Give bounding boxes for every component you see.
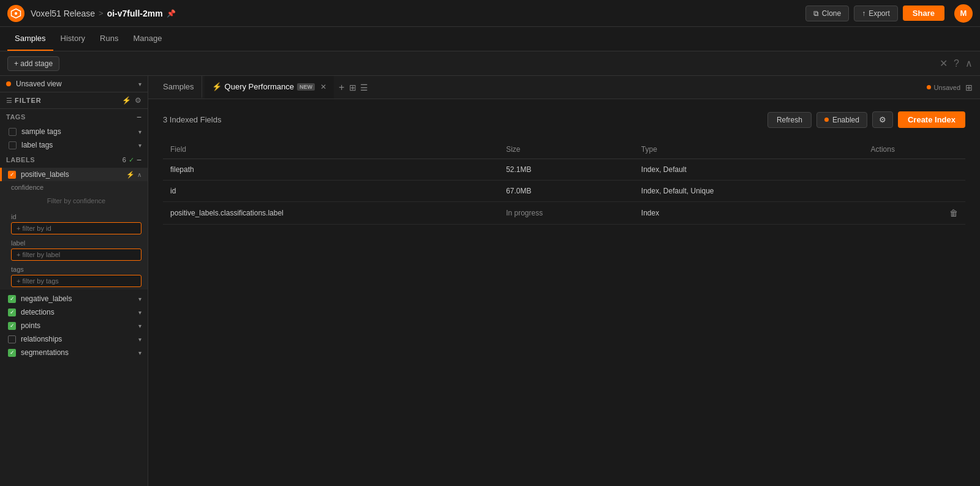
unsaved-dot bbox=[927, 85, 931, 89]
type-header: Type bbox=[634, 140, 864, 159]
id-section: id bbox=[0, 211, 148, 237]
detections-checkbox[interactable]: ✓ bbox=[8, 308, 16, 316]
tab-samples-label: Samples bbox=[163, 82, 194, 91]
refresh-button[interactable]: Refresh bbox=[767, 112, 812, 128]
tags-collapse-icon[interactable]: − bbox=[137, 112, 141, 122]
share-button[interactable]: Share bbox=[903, 6, 944, 21]
label-tags-label: label tags bbox=[21, 141, 138, 149]
stage-bar: + add stage ✕ ? ∧ bbox=[0, 51, 980, 76]
confidence-label: confidence bbox=[11, 184, 141, 191]
filter-gear-icon[interactable]: ⚙ bbox=[135, 96, 141, 105]
export-button[interactable]: ↑ Export bbox=[854, 6, 898, 21]
collapse-icon[interactable]: ∧ bbox=[965, 58, 973, 69]
size-cell: 52.1MB bbox=[499, 159, 634, 181]
labels-collapse-icon[interactable]: − bbox=[137, 155, 141, 165]
field-header: Field bbox=[163, 140, 499, 159]
positive-labels-up-icon: ∧ bbox=[137, 171, 141, 178]
nav-tab-runs[interactable]: Runs bbox=[92, 27, 126, 51]
confidence-section: confidence Filter by confidence bbox=[0, 181, 148, 211]
avatar: M bbox=[954, 4, 973, 23]
clone-icon: ⧉ bbox=[813, 9, 819, 18]
sample-tags-chevron-icon: ▾ bbox=[138, 129, 141, 135]
list-view-icon[interactable]: ☰ bbox=[360, 83, 368, 92]
actions-cell: 🗑 bbox=[864, 202, 965, 225]
add-tab-icon[interactable]: + bbox=[339, 82, 344, 93]
positive-labels-checkbox[interactable]: ✓ bbox=[8, 171, 16, 179]
negative-labels-checkbox[interactable]: ✓ bbox=[8, 295, 16, 303]
nav-tab-manage[interactable]: Manage bbox=[126, 27, 169, 51]
unsaved-indicator: Unsaved bbox=[927, 84, 960, 91]
add-stage-button[interactable]: + add stage bbox=[7, 56, 59, 71]
relationships-item[interactable]: relationships ▾ bbox=[0, 332, 148, 346]
labels-label: LABELS bbox=[6, 156, 123, 163]
negative-labels-chevron-icon: ▾ bbox=[138, 296, 141, 302]
segmentations-chevron-icon: ▾ bbox=[138, 350, 141, 356]
field-cell: positive_labels.classifications.label bbox=[163, 202, 499, 225]
filter-by-tags-input[interactable] bbox=[11, 275, 141, 287]
relationships-checkbox[interactable] bbox=[8, 335, 16, 343]
delete-button[interactable]: 🗑 bbox=[949, 208, 958, 218]
table-settings-icon[interactable]: ⊞ bbox=[965, 83, 973, 92]
close-stage-icon[interactable]: ✕ bbox=[940, 58, 948, 69]
breadcrumb-separator: > bbox=[99, 9, 104, 18]
nav-tabs: Samples History Runs Manage bbox=[0, 27, 980, 51]
detections-name: detections bbox=[21, 308, 138, 316]
nav-tab-samples[interactable]: Samples bbox=[7, 27, 53, 51]
enabled-dot bbox=[824, 118, 829, 122]
positive-labels-bolt-icon: ⚡ bbox=[126, 171, 135, 179]
filter-by-label-input[interactable] bbox=[11, 249, 141, 261]
relationships-name: relationships bbox=[21, 335, 138, 343]
topbar-actions: ⧉ Clone ↑ Export Share M bbox=[805, 4, 973, 23]
sample-tags-item[interactable]: sample tags ▾ bbox=[0, 125, 148, 138]
negative-labels-name: negative_labels bbox=[21, 294, 138, 303]
label-tags-chevron-icon: ▾ bbox=[138, 142, 141, 149]
tags-label: TAGS bbox=[6, 113, 137, 121]
detections-item[interactable]: ✓ detections ▾ bbox=[0, 305, 148, 319]
enabled-button[interactable]: Enabled bbox=[816, 112, 867, 128]
main-layout: Unsaved view ▾ ☰ FILTER ⚡ ⚙ TAGS − sampl… bbox=[0, 76, 980, 486]
negative-labels-item[interactable]: ✓ negative_labels ▾ bbox=[0, 292, 148, 305]
index-table: Field Size Type Actions filepath 52.1MB … bbox=[163, 140, 965, 225]
tags-section-header[interactable]: TAGS − bbox=[0, 109, 148, 125]
actions-cell bbox=[864, 181, 965, 202]
nav-tab-history[interactable]: History bbox=[53, 27, 92, 51]
points-name: points bbox=[21, 321, 138, 330]
relationships-chevron-icon: ▾ bbox=[138, 336, 141, 343]
grid-view-icon[interactable]: ⊞ bbox=[349, 83, 356, 92]
labels-count: 6 bbox=[123, 156, 126, 163]
tab-query-label: Query Performance bbox=[225, 82, 294, 91]
type-cell: Index bbox=[634, 202, 864, 225]
label-tags-item[interactable]: label tags ▾ bbox=[0, 138, 148, 152]
label-tags-checkbox[interactable] bbox=[9, 141, 17, 149]
positive-labels-item[interactable]: ✓ positive_labels ⚡ ∧ bbox=[0, 168, 148, 181]
create-index-button[interactable]: Create Index bbox=[898, 111, 965, 128]
segmentations-item[interactable]: ✓ segmentations ▾ bbox=[0, 346, 148, 359]
clone-button[interactable]: ⧉ Clone bbox=[805, 6, 849, 21]
labels-check-icon: ✓ bbox=[129, 156, 134, 164]
table-header-row: Field Size Type Actions bbox=[163, 140, 965, 159]
sample-tags-label: sample tags bbox=[21, 127, 138, 136]
id-label: id bbox=[11, 213, 141, 220]
segmentations-checkbox[interactable]: ✓ bbox=[8, 349, 16, 357]
labels-section-header[interactable]: LABELS 6 ✓ − bbox=[0, 152, 148, 168]
sample-tags-checkbox[interactable] bbox=[9, 128, 17, 136]
tab-close-icon[interactable]: ✕ bbox=[320, 83, 326, 91]
tab-samples[interactable]: Samples bbox=[156, 76, 202, 99]
points-checkbox[interactable]: ✓ bbox=[8, 322, 16, 330]
help-icon[interactable]: ? bbox=[954, 58, 959, 69]
points-item[interactable]: ✓ points ▾ bbox=[0, 319, 148, 332]
settings-button[interactable]: ⚙ bbox=[872, 111, 893, 128]
view-selector[interactable]: Unsaved view ▾ bbox=[0, 76, 148, 92]
size-cell: 67.0MB bbox=[499, 181, 634, 202]
detections-chevron-icon: ▾ bbox=[138, 309, 141, 316]
filter-by-id-input[interactable] bbox=[11, 222, 141, 234]
filter-by-confidence[interactable]: Filter by confidence bbox=[11, 193, 141, 208]
view-label: Unsaved view bbox=[16, 80, 138, 88]
label-section: label bbox=[0, 237, 148, 263]
project-name: oi-v7full-2mm bbox=[107, 9, 163, 18]
type-cell: Index, Default bbox=[634, 159, 864, 181]
table-row: id 67.0MB Index, Default, Unique bbox=[163, 181, 965, 202]
svg-point-1 bbox=[15, 12, 18, 15]
tab-query-performance[interactable]: ⚡ Query Performance NEW ✕ bbox=[205, 76, 334, 99]
label-sub-label: label bbox=[11, 239, 141, 247]
